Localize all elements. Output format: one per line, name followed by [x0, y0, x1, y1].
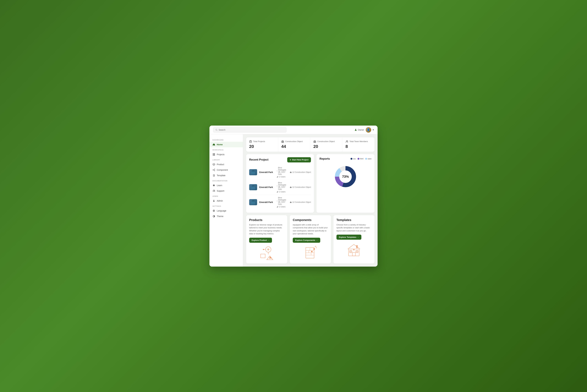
- top-bar: Owner 👤 ▾: [209, 126, 378, 134]
- svg-rect-21: [282, 142, 282, 142]
- templates-card: Templates Choose from a variety of indus…: [333, 215, 375, 264]
- stat-construction-1: Construction Object 44: [278, 137, 310, 152]
- sidebar: DASHBOARD Home WORKSPACE: [209, 134, 243, 266]
- svg-point-34: [277, 191, 278, 192]
- svg-point-9: [214, 170, 215, 171]
- recent-projects-title: Recent Project: [249, 158, 268, 161]
- sidebar-section-label-admin: ADMIN: [209, 194, 243, 198]
- svg-point-27: [347, 140, 348, 141]
- project-construction: 12 Construction Object: [290, 186, 311, 188]
- pin-icon: [277, 185, 277, 187]
- svg-line-67: [315, 246, 316, 247]
- svg-point-2: [355, 129, 356, 130]
- middle-row: Recent Project + Start New Project: [246, 154, 375, 213]
- stats-row: Total Projects 20 Construction Object: [246, 137, 375, 152]
- svg-point-56: [268, 249, 269, 250]
- project-address: Øvre Slottsgate 2B, 0157 Oslo: [277, 167, 288, 175]
- svg-rect-6: [214, 155, 215, 156]
- legend-css: css: [351, 158, 356, 160]
- sidebar-section-settings: SETTINGS Language: [209, 204, 243, 219]
- project-name: Emerald Park: [259, 171, 275, 174]
- svg-line-1: [217, 130, 217, 130]
- stat-header-construction2: Construction Object: [313, 140, 339, 143]
- project-thumbnail: [249, 184, 257, 190]
- sidebar-item-language[interactable]: Language: [209, 208, 243, 214]
- start-new-project-button[interactable]: + Start New Project: [287, 157, 311, 162]
- person-icon: [355, 129, 357, 131]
- legend-sass-dot: [365, 158, 367, 160]
- sidebar-item-theme[interactable]: Theme: [209, 214, 243, 219]
- project-name: Emerald Park: [259, 201, 275, 204]
- svg-point-7: [213, 170, 213, 170]
- headset-icon: [212, 190, 215, 192]
- construction-icon: [290, 201, 292, 203]
- explore-components-button[interactable]: Explore Components →: [293, 238, 320, 243]
- components-desc: equipped with a wide array of components…: [293, 223, 328, 235]
- project-users: 2 Users: [277, 206, 288, 208]
- explore-templates-label: Explore Templates →: [339, 236, 359, 238]
- stat-header-construction1: Construction Object: [281, 140, 307, 143]
- svg-rect-3: [213, 154, 214, 154]
- sidebar-section-dashboard: DASHBOARD Home: [209, 137, 243, 147]
- sidebar-item-template[interactable]: Template: [209, 173, 243, 178]
- recent-projects-card: Recent Project + Start New Project: [246, 154, 314, 213]
- svg-point-39: [277, 206, 278, 207]
- svg-point-66: [311, 251, 313, 252]
- sidebar-item-admin[interactable]: Admin: [209, 198, 243, 204]
- sidebar-item-learn[interactable]: Learn: [209, 182, 243, 188]
- project-users: 2 Users: [277, 191, 288, 193]
- legend: css html sass: [351, 158, 371, 160]
- search-box[interactable]: [213, 127, 286, 132]
- plus-icon: +: [290, 158, 291, 161]
- stat-value-construction1: 44: [281, 144, 307, 149]
- svg-rect-24: [314, 142, 315, 142]
- user-icon: [212, 200, 215, 202]
- search-input[interactable]: [219, 129, 284, 131]
- construction-icon: [290, 186, 292, 188]
- share-icon: [212, 168, 215, 171]
- users-icon: [277, 176, 279, 178]
- svg-rect-25: [315, 142, 315, 142]
- legend-css-label: css: [353, 158, 356, 160]
- components-illustration: [293, 245, 328, 260]
- svg-rect-53: [261, 254, 265, 258]
- project-meta: Øvre Slottsgate 2B, 0157 Oslo 2 Users: [277, 182, 288, 193]
- sidebar-item-admin-label: Admin: [217, 200, 223, 202]
- legend-sass: sass: [365, 158, 371, 160]
- owner-label: Owner: [358, 129, 364, 131]
- explore-templates-button[interactable]: Explore Templates →: [336, 234, 361, 240]
- svg-point-35: [278, 191, 278, 192]
- explore-product-button[interactable]: Explore Product →: [249, 238, 272, 243]
- grad-icon: [212, 184, 215, 187]
- svg-point-8: [214, 169, 215, 170]
- donut-container: 73%: [319, 163, 371, 190]
- svg-rect-22: [283, 142, 283, 142]
- svg-marker-55: [269, 256, 272, 258]
- building3-icon: [313, 140, 316, 143]
- bottom-row: Products Explore our diverse range of pr…: [246, 215, 375, 264]
- svg-point-14: [213, 200, 214, 201]
- sidebar-item-component[interactable]: Component: [209, 167, 243, 173]
- svg-line-11: [213, 170, 214, 170]
- svg-point-29: [277, 176, 278, 177]
- lang-icon: [212, 210, 215, 212]
- sidebar-item-home[interactable]: Home: [209, 142, 243, 147]
- products-title: Products: [249, 218, 284, 222]
- chevron-down-icon[interactable]: ▾: [373, 128, 374, 131]
- search-icon: [215, 129, 217, 131]
- project-users: 2 Users: [277, 176, 288, 178]
- templates-illustration: [336, 242, 371, 258]
- users-icon: [277, 206, 279, 208]
- legend-html: html: [358, 158, 364, 160]
- box-icon: [212, 163, 215, 166]
- main-layout: DASHBOARD Home WORKSPACE: [209, 134, 378, 266]
- project-address: Øvre Slottsgate 2B, 0157 Oslo: [277, 197, 288, 205]
- sidebar-item-product[interactable]: Product: [209, 162, 243, 167]
- project-thumbnail: [249, 169, 257, 175]
- pin-icon: [277, 170, 277, 172]
- file-icon: [212, 174, 215, 177]
- sidebar-item-projects[interactable]: Projects: [209, 152, 243, 157]
- svg-rect-38: [251, 202, 255, 204]
- sidebar-item-support[interactable]: Support: [209, 188, 243, 194]
- sidebar-item-learn-label: Learn: [217, 184, 222, 186]
